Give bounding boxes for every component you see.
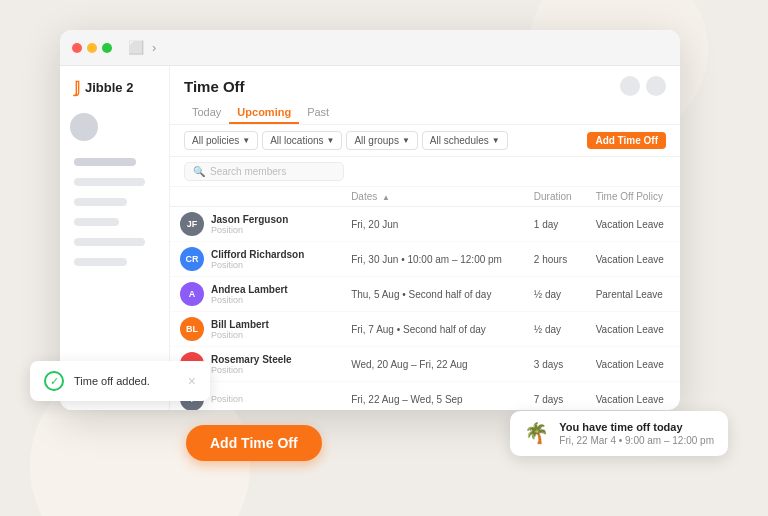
app-layout: 𝕁 Jibble 2 Time Off — [60, 66, 680, 410]
palm-icon: 🌴 — [524, 421, 549, 445]
member-name: Clifford Richardson — [211, 249, 304, 260]
member-info: Rosemary Steele Position — [211, 354, 292, 375]
toast-message: Time off added. — [74, 375, 178, 387]
member-info: Position — [211, 394, 243, 404]
col-policy: Time Off Policy — [586, 187, 680, 207]
tab-past[interactable]: Past — [299, 102, 337, 124]
page-title: Time Off — [184, 78, 245, 95]
toast-check-icon: ✓ — [44, 371, 64, 391]
filter-all-policies[interactable]: All policies ▼ — [184, 131, 258, 150]
card-subtitle: Fri, 22 Mar 4 • 9:00 am – 12:00 pm — [559, 435, 714, 446]
duration-cell: 7 days — [524, 382, 586, 411]
tab-today[interactable]: Today — [184, 102, 229, 124]
table-container: Dates ▲ Duration Time Off Policy JF Jaso… — [170, 187, 680, 410]
member-role: Position — [211, 365, 292, 375]
minimize-dot[interactable] — [87, 43, 97, 53]
member-name: Bill Lambert — [211, 319, 269, 330]
logo-icon: 𝕁 — [74, 78, 80, 97]
date-cell: Wed, 20 Aug – Fri, 22 Aug — [341, 347, 524, 382]
member-cell: JF Jason Ferguson Position — [180, 212, 331, 236]
col-duration: Duration — [524, 187, 586, 207]
sort-icon: ▲ — [382, 193, 390, 202]
date-cell: Fri, 20 Jun — [341, 207, 524, 242]
date-cell: Fri, 22 Aug – Wed, 5 Sep — [341, 382, 524, 411]
filter-all-schedules[interactable]: All schedules ▼ — [422, 131, 508, 150]
duration-cell: 3 days — [524, 347, 586, 382]
table-row[interactable]: JF Jason Ferguson Position Fri, 20 Jun 1… — [170, 207, 680, 242]
tab-upcoming[interactable]: Upcoming — [229, 102, 299, 124]
table-row[interactable]: CR Clifford Richardson Position Fri, 30 … — [170, 242, 680, 277]
titlebar: ⬜ › — [60, 30, 680, 66]
member-avatar: BL — [180, 317, 204, 341]
table-row[interactable]: ? Position Fri, 22 Aug – Wed, 5 Sep 7 da… — [170, 382, 680, 411]
member-role: Position — [211, 225, 288, 235]
search-box: 🔍 Search members — [184, 162, 344, 181]
policy-cell: Vacation Leave — [586, 207, 680, 242]
duration-cell: 1 day — [524, 207, 586, 242]
add-time-off-header-button[interactable]: Add Time Off — [587, 132, 666, 149]
member-name: Andrea Lambert — [211, 284, 288, 295]
member-name: Rosemary Steele — [211, 354, 292, 365]
member-cell: BL Bill Lambert Position — [180, 317, 331, 341]
time-off-table: Dates ▲ Duration Time Off Policy JF Jaso… — [170, 187, 680, 410]
member-avatar: JF — [180, 212, 204, 236]
user-avatar[interactable] — [70, 113, 98, 141]
forward-icon[interactable]: › — [152, 40, 156, 55]
window-controls — [72, 43, 112, 53]
close-dot[interactable] — [72, 43, 82, 53]
member-info: Bill Lambert Position — [211, 319, 269, 340]
sidebar-item-1[interactable] — [74, 158, 136, 166]
policy-cell: Vacation Leave — [586, 312, 680, 347]
sidebar-item-4[interactable] — [74, 218, 119, 226]
search-row: 🔍 Search members — [170, 157, 680, 187]
sidebar-item-5[interactable] — [74, 238, 145, 246]
sidebar-item-3[interactable] — [74, 198, 127, 206]
member-role: Position — [211, 394, 243, 404]
member-cell: A Andrea Lambert Position — [180, 282, 331, 306]
member-role: Position — [211, 260, 304, 270]
member-info: Andrea Lambert Position — [211, 284, 288, 305]
table-row[interactable]: A Andrea Lambert Position Thu, 5 Aug • S… — [170, 277, 680, 312]
member-info: Clifford Richardson Position — [211, 249, 304, 270]
search-input[interactable]: Search members — [210, 166, 286, 177]
filter-all-locations[interactable]: All locations ▼ — [262, 131, 342, 150]
member-avatar: CR — [180, 247, 204, 271]
tabs-row: Today Upcoming Past — [184, 102, 666, 124]
date-cell: Fri, 7 Aug • Second half of day — [341, 312, 524, 347]
table-header-row: Dates ▲ Duration Time Off Policy — [170, 187, 680, 207]
content-header: Time Off Today Upcoming Past — [170, 66, 680, 125]
header-icon-2[interactable] — [646, 76, 666, 96]
duration-cell: ½ day — [524, 277, 586, 312]
policy-cell: Vacation Leave — [586, 242, 680, 277]
duration-cell: ½ day — [524, 312, 586, 347]
logo: 𝕁 Jibble 2 — [70, 78, 159, 97]
table-row[interactable]: BL Bill Lambert Position Fri, 7 Aug • Se… — [170, 312, 680, 347]
search-icon: 🔍 — [193, 166, 205, 177]
policy-cell: Vacation Leave — [586, 382, 680, 411]
back-icon[interactable]: ⬜ — [128, 40, 144, 55]
member-role: Position — [211, 330, 269, 340]
add-time-off-button[interactable]: Add Time Off — [186, 425, 322, 461]
filter-all-groups[interactable]: All groups ▼ — [346, 131, 417, 150]
table-row[interactable]: R Rosemary Steele Position Wed, 20 Aug –… — [170, 347, 680, 382]
col-member — [170, 187, 341, 207]
caret-icon: ▼ — [492, 136, 500, 145]
time-off-today-card: 🌴 You have time off today Fri, 22 Mar 4 … — [510, 411, 728, 456]
sidebar-item-6[interactable] — [74, 258, 127, 266]
member-role: Position — [211, 295, 288, 305]
member-cell: CR Clifford Richardson Position — [180, 247, 331, 271]
header-actions — [620, 76, 666, 96]
sidebar-item-2[interactable] — [74, 178, 145, 186]
header-icon-1[interactable] — [620, 76, 640, 96]
caret-icon: ▼ — [327, 136, 335, 145]
member-info: Jason Ferguson Position — [211, 214, 288, 235]
time-off-card-content: You have time off today Fri, 22 Mar 4 • … — [559, 421, 714, 446]
logo-text: Jibble 2 — [85, 80, 133, 95]
sidebar: 𝕁 Jibble 2 — [60, 66, 170, 410]
col-dates[interactable]: Dates ▲ — [341, 187, 524, 207]
maximize-dot[interactable] — [102, 43, 112, 53]
toast-notification: ✓ Time off added. × — [30, 361, 210, 401]
toast-close-button[interactable]: × — [188, 373, 196, 389]
caret-icon: ▼ — [402, 136, 410, 145]
main-window: ⬜ › 𝕁 Jibble 2 Time Off — [60, 30, 680, 410]
